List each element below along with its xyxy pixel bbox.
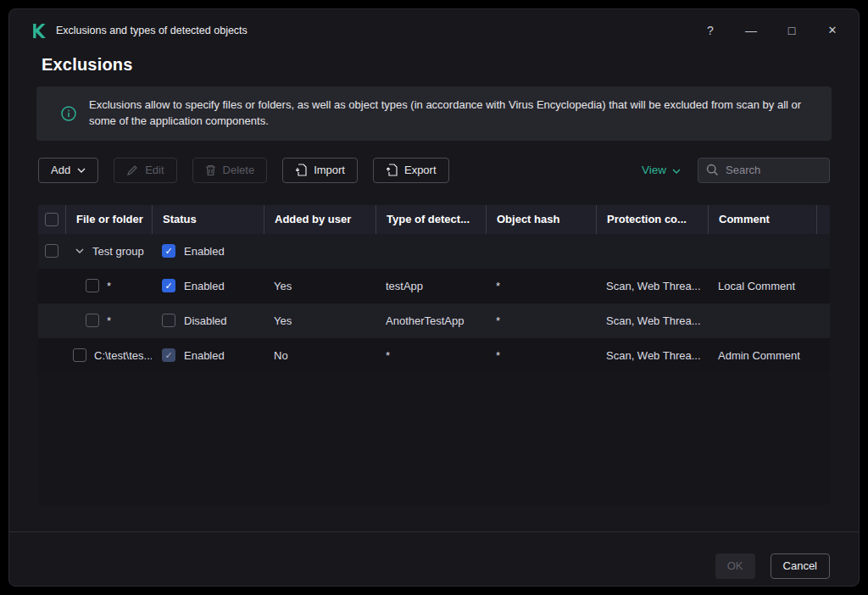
column-header-spacer bbox=[816, 205, 837, 234]
file-or-folder-value: * bbox=[107, 314, 111, 327]
status-checkbox[interactable] bbox=[162, 348, 175, 362]
content-spacer bbox=[9, 505, 859, 531]
row-select-checkbox[interactable] bbox=[73, 348, 86, 362]
status-label: Disabled bbox=[184, 314, 227, 327]
type-of-detected-object-value: * bbox=[376, 349, 486, 362]
protection-components-value: Scan, Web Threa... bbox=[596, 280, 708, 292]
view-dropdown[interactable]: View bbox=[642, 164, 681, 176]
exclusions-table: File or folder Status Added by user Type… bbox=[38, 205, 830, 505]
help-button[interactable]: ? bbox=[703, 23, 718, 38]
chevron-down-icon bbox=[77, 168, 86, 173]
status-checkbox[interactable] bbox=[162, 244, 175, 258]
object-hash-value: * bbox=[486, 349, 596, 362]
column-header-added-by-user[interactable]: Added by user bbox=[264, 205, 376, 234]
comment-value: Admin Comment bbox=[708, 349, 816, 362]
chevron-down-icon[interactable] bbox=[75, 248, 84, 253]
info-icon bbox=[61, 106, 76, 121]
group-name: Test group bbox=[92, 245, 144, 258]
column-header-comment[interactable]: Comment bbox=[708, 205, 816, 234]
exclusions-dialog: Exclusions and types of detected objects… bbox=[8, 8, 860, 587]
table-group-row[interactable]: Test group Enabled bbox=[38, 234, 830, 269]
banner-text: Exclusions allow to specify files or fol… bbox=[89, 97, 810, 130]
view-dropdown-label: View bbox=[642, 164, 666, 176]
row-select-checkbox[interactable] bbox=[86, 279, 99, 292]
close-button[interactable]: ✕ bbox=[825, 23, 840, 38]
table-row[interactable]: * Enabled Yes testApp * Scan, Web Threa.… bbox=[38, 269, 830, 303]
trash-icon bbox=[205, 164, 216, 176]
added-by-user-value: No bbox=[264, 349, 376, 362]
export-button-label: Export bbox=[404, 164, 437, 176]
delete-button-label: Delete bbox=[223, 164, 255, 176]
toolbar-buttons: Add Edit Delete Im bbox=[38, 158, 449, 183]
table-row[interactable]: C:\test\tes... Enabled No * * Scan, Web … bbox=[38, 338, 830, 373]
titlebar: Exclusions and types of detected objects… bbox=[9, 9, 859, 52]
status-label: Enabled bbox=[184, 245, 225, 258]
column-header-object-hash[interactable]: Object hash bbox=[486, 205, 596, 234]
export-button[interactable]: Export bbox=[373, 158, 449, 183]
pencil-icon bbox=[126, 164, 138, 176]
type-of-detected-object-value: testApp bbox=[376, 280, 486, 292]
added-by-user-value: Yes bbox=[264, 314, 376, 327]
object-hash-value: * bbox=[486, 314, 596, 327]
toolbar-right: View bbox=[642, 158, 830, 183]
edit-button[interactable]: Edit bbox=[114, 158, 176, 183]
table-row[interactable]: * Disabled Yes AnotherTestApp * Scan, We… bbox=[38, 303, 830, 338]
row-select-checkbox[interactable] bbox=[45, 244, 58, 258]
table-empty-area bbox=[38, 373, 830, 505]
protection-components-value: Scan, Web Threa... bbox=[596, 349, 708, 362]
add-button[interactable]: Add bbox=[38, 158, 98, 183]
kaspersky-logo-icon bbox=[31, 24, 46, 38]
select-all-checkbox[interactable] bbox=[45, 213, 58, 226]
chevron-down-icon bbox=[672, 164, 681, 176]
status-checkbox[interactable] bbox=[162, 279, 175, 292]
protection-components-value: Scan, Web Threa... bbox=[596, 314, 708, 327]
row-select-checkbox[interactable] bbox=[86, 314, 99, 327]
import-button-label: Import bbox=[314, 164, 345, 176]
edit-button-label: Edit bbox=[145, 164, 164, 176]
status-label: Enabled bbox=[184, 280, 225, 292]
added-by-user-value: Yes bbox=[264, 280, 376, 292]
window-title: Exclusions and types of detected objects bbox=[56, 25, 248, 36]
cancel-button[interactable]: Cancel bbox=[771, 553, 830, 579]
maximize-button[interactable]: □ bbox=[784, 23, 799, 38]
column-header-status[interactable]: Status bbox=[152, 205, 264, 234]
ok-button[interactable]: OK bbox=[715, 553, 755, 579]
comment-value: Local Comment bbox=[708, 280, 816, 292]
file-or-folder-value: C:\test\tes... bbox=[94, 349, 152, 362]
delete-button[interactable]: Delete bbox=[192, 158, 268, 183]
search bbox=[698, 158, 830, 183]
add-button-label: Add bbox=[51, 164, 70, 176]
export-icon bbox=[386, 164, 398, 176]
dialog-footer: OK Cancel bbox=[9, 531, 859, 586]
table-header: File or folder Status Added by user Type… bbox=[38, 205, 830, 234]
search-icon bbox=[706, 164, 719, 180]
column-header-file-or-folder[interactable]: File or folder bbox=[65, 205, 152, 234]
minimize-button[interactable]: — bbox=[743, 23, 759, 38]
page-title: Exclusions bbox=[9, 52, 859, 86]
object-hash-value: * bbox=[486, 280, 596, 292]
type-of-detected-object-value: AnotherTestApp bbox=[376, 314, 486, 327]
file-or-folder-value: * bbox=[107, 280, 111, 292]
status-label: Enabled bbox=[184, 349, 225, 362]
column-header-protection-components[interactable]: Protection co... bbox=[596, 205, 708, 234]
status-checkbox[interactable] bbox=[162, 314, 175, 327]
info-banner: Exclusions allow to specify files or fol… bbox=[36, 86, 832, 141]
window-controls: ? — □ ✕ bbox=[703, 23, 840, 38]
column-header-type-of-detected-object[interactable]: Type of detect... bbox=[376, 205, 486, 234]
import-icon bbox=[295, 164, 307, 176]
import-button[interactable]: Import bbox=[282, 158, 358, 183]
toolbar: Add Edit Delete Im bbox=[9, 158, 859, 183]
